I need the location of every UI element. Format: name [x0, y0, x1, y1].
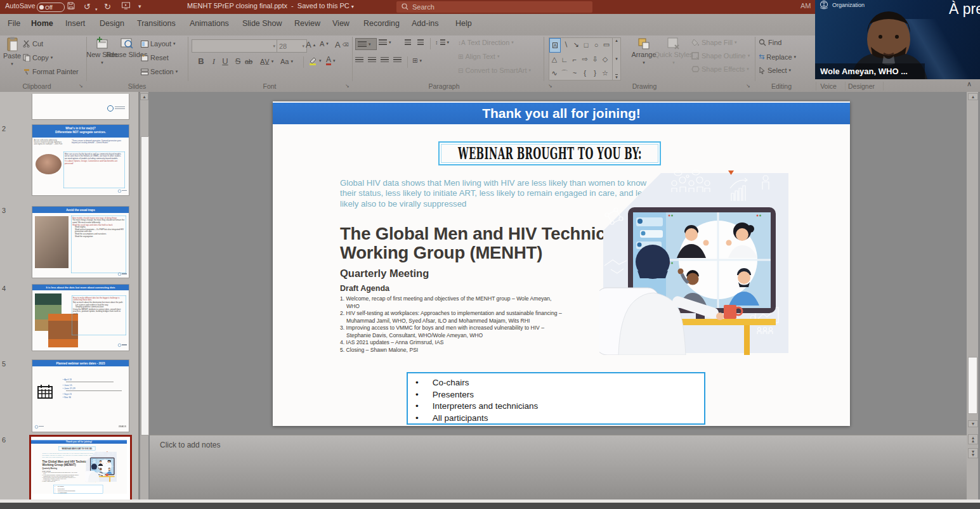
- shape-line-icon[interactable]: ∖: [561, 38, 571, 51]
- layout-button[interactable]: Layout▾: [141, 40, 176, 48]
- shape-textbox-icon[interactable]: A: [549, 38, 561, 53]
- user-badge[interactable]: AM: [800, 2, 811, 10]
- thumbnail-slide-3[interactable]: Avoid the usual traps New models should …: [32, 206, 129, 278]
- tab-slide-show[interactable]: Slide Show: [242, 19, 282, 28]
- tab-help[interactable]: Help: [455, 19, 472, 28]
- start-presentation-icon[interactable]: [122, 2, 130, 11]
- video-call-illustration[interactable]: [85, 451, 117, 482]
- section-button[interactable]: Section▾: [141, 68, 178, 75]
- tab-view[interactable]: View: [332, 19, 350, 28]
- shape-right-brace-icon[interactable]: }: [590, 67, 600, 80]
- bullets-button[interactable]: ▾: [355, 38, 377, 50]
- undo-caret-icon[interactable]: ▾: [95, 4, 98, 14]
- scroll-thumb[interactable]: [968, 357, 977, 414]
- shape-left-brace-icon[interactable]: {: [580, 67, 590, 80]
- shape-arc-icon[interactable]: ⌒: [559, 67, 570, 80]
- tab-design[interactable]: Design: [100, 19, 124, 28]
- shape-freeform-icon[interactable]: ◇: [600, 53, 610, 66]
- agenda-list[interactable]: 1. Welcome, recap of first meeting and o…: [42, 472, 80, 482]
- thumbnail-slide-1[interactable]: [32, 94, 129, 120]
- tab-review[interactable]: Review: [294, 19, 320, 28]
- agenda-list[interactable]: 1. Welcome, recap of first meeting and o…: [340, 295, 566, 354]
- thumbnail-slide-6-selected[interactable]: Thank you all for joining! WEBINAR BROUG…: [29, 435, 132, 503]
- clipboard-dialog-launcher-icon[interactable]: ↘: [79, 83, 83, 89]
- format-painter-button[interactable]: Format Painter: [23, 68, 79, 75]
- numbering-button[interactable]: ▾: [379, 39, 391, 46]
- thanks-list-box[interactable]: •Co-chairs •Presenters •Interpreters and…: [53, 485, 103, 494]
- shape-down-arrow-icon[interactable]: ⇩: [590, 53, 600, 66]
- justify-button[interactable]: [393, 57, 402, 63]
- shape-right-arrow-icon[interactable]: ⇨: [580, 53, 590, 66]
- line-spacing-button[interactable]: ↕▾: [435, 39, 449, 46]
- increase-font-size-icon[interactable]: A▴: [306, 40, 315, 49]
- slide-title-banner[interactable]: Thank you all for joining!: [31, 440, 127, 444]
- align-center-button[interactable]: [368, 57, 376, 63]
- thumbnail-slide-5[interactable]: Planned webinar series dates - 2023 • Ap…: [32, 359, 129, 432]
- shape-oval-icon[interactable]: ○: [591, 38, 601, 51]
- notes-pane[interactable]: Click to add notes: [150, 435, 967, 500]
- arrange-button[interactable]: Arrange▾: [630, 37, 658, 66]
- bold-button[interactable]: B: [195, 56, 207, 66]
- shape-scribble-icon[interactable]: ∿: [549, 67, 559, 80]
- decrease-indent-button[interactable]: [405, 39, 411, 46]
- thumbnail-slide-4[interactable]: It is less about the dots but more about…: [32, 284, 129, 351]
- copy-button[interactable]: Copy▾: [23, 54, 53, 61]
- slide-canvas[interactable]: Thank you all for joining! WEBINAR BROUG…: [31, 440, 127, 494]
- thumb-scroll-thumb[interactable]: [141, 136, 149, 435]
- reset-button[interactable]: Reset: [141, 54, 169, 61]
- slide-title-banner[interactable]: Thank you all for joining!: [273, 103, 850, 124]
- collapse-ribbon-icon[interactable]: ∧: [967, 80, 972, 88]
- font-size-combobox[interactable]: 28▾: [277, 39, 307, 53]
- tab-home[interactable]: Home: [31, 19, 53, 28]
- thanks-list-box[interactable]: •Co-chairs •Presenters •Interpreters and…: [407, 372, 705, 425]
- scroll-up-icon[interactable]: ▴: [968, 93, 978, 100]
- font-name-combobox[interactable]: ▾: [192, 39, 278, 53]
- gallery-scroll-up-icon[interactable]: ▴: [615, 38, 618, 43]
- shadow-button[interactable]: ab: [245, 58, 252, 65]
- tab-recording[interactable]: Recording: [363, 19, 400, 28]
- notes-placeholder[interactable]: Click to add notes: [160, 441, 220, 449]
- shape-arrow-icon[interactable]: ↘: [571, 38, 581, 51]
- italic-button[interactable]: I: [208, 56, 219, 67]
- underline-button[interactable]: U: [219, 56, 231, 66]
- slide-canvas[interactable]: Thank you all for joining! WEBINAR BROUG…: [273, 101, 850, 426]
- shape-elbow-connector-icon[interactable]: ∟: [559, 53, 570, 66]
- thumbnail-panel-scrollbar[interactable]: ▴: [140, 92, 148, 501]
- shape-star-icon[interactable]: ☆: [600, 67, 610, 80]
- gallery-scroll-down-icon[interactable]: ▾: [615, 56, 618, 61]
- scroll-down-icon[interactable]: ▾: [968, 420, 978, 427]
- tab-transitions[interactable]: Transitions: [137, 19, 176, 28]
- shape-curve-icon[interactable]: ~: [570, 67, 580, 80]
- save-icon[interactable]: [67, 2, 75, 11]
- webinar-box[interactable]: WEBINAR BROUGHT TO YOU BY:: [438, 141, 661, 165]
- cut-button[interactable]: Cut: [23, 40, 43, 48]
- decrease-font-size-icon[interactable]: A▾: [320, 40, 329, 48]
- tab-file[interactable]: File: [8, 19, 20, 28]
- gallery-more-icon[interactable]: ▾: [615, 74, 618, 80]
- font-color-button[interactable]: A▾: [326, 56, 336, 65]
- thumbnail-slide-2[interactable]: What's in it for me(n)? Differentiate NO…: [32, 124, 129, 196]
- columns-button[interactable]: ⊞▾: [412, 57, 422, 64]
- strikethrough-button[interactable]: S: [232, 56, 244, 66]
- font-dialog-launcher-icon[interactable]: ↘: [345, 83, 350, 89]
- undo-icon[interactable]: ↺: [84, 2, 91, 11]
- change-case-button[interactable]: Aa▾: [280, 58, 293, 65]
- paragraph-dialog-launcher-icon[interactable]: ↘: [548, 83, 552, 89]
- paste-button[interactable]: Paste▾: [3, 37, 22, 67]
- next-slide-button[interactable]: ▾▾: [968, 448, 978, 458]
- align-right-button[interactable]: [381, 57, 389, 63]
- customize-toolbar-icon[interactable]: ▾: [138, 2, 141, 11]
- shape-rounded-rectangle-icon[interactable]: ▭: [601, 38, 611, 51]
- highlight-color-button[interactable]: ▾: [308, 56, 322, 65]
- shapes-gallery[interactable]: A ∖ ↘ □ ○ ▭ △ ∟ ⌐ ⇨ ⇩ ◇ ∿ ⌒ ~ { } ☆ ▴: [549, 37, 621, 81]
- tab-add-ins[interactable]: Add-ins: [412, 19, 438, 28]
- search-input[interactable]: Search: [396, 1, 592, 13]
- increase-indent-button[interactable]: [417, 39, 424, 46]
- select-button[interactable]: Select▾: [759, 67, 791, 74]
- tab-insert[interactable]: Insert: [65, 19, 85, 28]
- video-call-overlay[interactable]: Organization À pre Wole Ameyan, WHO ...: [815, 0, 980, 79]
- webinar-box[interactable]: WEBINAR BROUGHT TO YOU BY:: [58, 446, 95, 450]
- autosave-toggle[interactable]: Off: [37, 3, 65, 12]
- find-button[interactable]: Find: [759, 39, 781, 46]
- align-left-button[interactable]: [355, 57, 363, 63]
